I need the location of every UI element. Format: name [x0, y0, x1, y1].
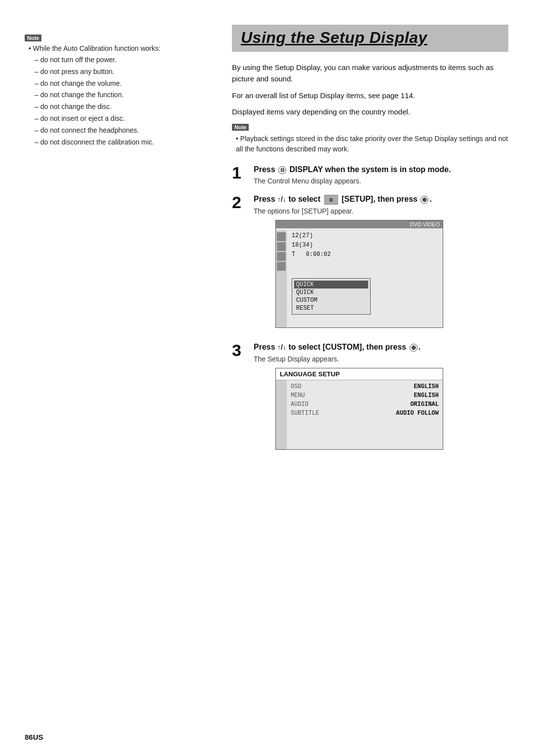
display-icon: ⊟: [278, 166, 286, 174]
menu-item-custom: CUSTOM: [296, 296, 366, 304]
step-2-content: Press ↑/↓ to select ⚙ [SETUP], then pres…: [254, 194, 508, 338]
step-1-title: Press ⊟ DISPLAY when the system is in st…: [254, 164, 508, 175]
step-3-title: Press ↑/↓ to select [CUSTOM], then press…: [254, 342, 508, 353]
bar-item-2: [277, 242, 286, 251]
lang-row-audio: AUDIO ORIGINAL: [291, 400, 439, 409]
left-note-section: Note • While the Auto Calibration functi…: [25, 35, 202, 148]
step-1: 1 Press ⊟ DISPLAY when the system is in …: [232, 164, 508, 190]
lang-label-audio: AUDIO: [291, 401, 308, 408]
menu-item-quick-selected: QUICK: [294, 281, 368, 288]
sub-item-5: – do not change the disc.: [35, 101, 202, 113]
lang-value-osd: ENGLISH: [414, 383, 439, 390]
step-3: 3 Press ↑/↓ to select [CUSTOM], then pre…: [232, 342, 508, 459]
sub-item-3: – do not change the volume.: [35, 78, 202, 90]
screen-2-body: OSD ENGLISH MENU ENGLISH AUDIO ORIGINAL: [276, 380, 443, 449]
lang-label-subtitle: SUBTITLE: [291, 410, 319, 417]
step-1-number: 1: [232, 164, 247, 181]
lang-row-osd: OSD ENGLISH: [291, 382, 439, 391]
lang-row-menu: MENU ENGLISH: [291, 391, 439, 400]
lang-row-subtitle: SUBTITLE AUDIO FOLLOW: [291, 409, 439, 418]
lang-value-audio: ORIGINAL: [410, 401, 439, 408]
step-2-title: Press ↑/↓ to select ⚙ [SETUP], then pres…: [254, 194, 508, 205]
lang-value-subtitle: AUDIO FOLLOW: [396, 410, 439, 417]
sub-item-1: – do not turn off the power.: [35, 54, 202, 66]
lang-spacer: [291, 418, 439, 447]
page-title-box: Using the Setup Display: [232, 25, 508, 52]
right-note-text: • Playback settings stored in the disc t…: [236, 134, 508, 154]
screen-1-leftbar: [276, 230, 287, 328]
note-intro: • While the Auto Calibration function wo…: [29, 44, 202, 52]
lang-label-menu: MENU: [291, 392, 305, 399]
bar-item-1: [277, 232, 286, 241]
setup-icon: ⚙: [324, 195, 338, 205]
screen-1: DVD VIDEO 12(27) 18(34) T: [275, 220, 443, 328]
sub-item-6: – do not insert or eject a disc.: [35, 113, 202, 125]
intro-para-2: For an overall list of Setup Display ite…: [232, 90, 508, 101]
bar-item-4: [277, 262, 286, 271]
step-2: 2 Press ↑/↓ to select ⚙ [SETUP], then pr…: [232, 194, 508, 338]
right-note: Note • Playback settings stored in the d…: [232, 122, 508, 154]
screen-2: LANGUAGE SETUP OSD ENGLISH MENU ENGLISH: [275, 368, 443, 450]
screen-1-menu: QUICK QUICK CUSTOM RESET: [292, 278, 371, 315]
right-note-label: Note: [232, 124, 249, 131]
sub-item-2: – do not press any button.: [35, 66, 202, 78]
arrow-updown-2-icon: ↑/↓: [277, 343, 286, 351]
arrow-updown-icon: ↑/↓: [277, 195, 286, 203]
menu-item-quick: QUICK: [296, 288, 366, 296]
screen-2-leftbar: [276, 380, 287, 449]
screen-1-main: 12(27) 18(34) T 0:00:02 QUICK QUICK CUST…: [287, 228, 376, 318]
right-column: Using the Setup Display By using the Set…: [217, 20, 533, 726]
page-title: Using the Setup Display: [241, 29, 499, 47]
step-2-number: 2: [232, 194, 247, 211]
step-3-content: Press ↑/↓ to select [CUSTOM], then press…: [254, 342, 508, 459]
left-column: Note • While the Auto Calibration functi…: [0, 20, 217, 726]
step-2-desc: The options for [SETUP] appear.: [254, 207, 508, 215]
sub-item-7: – do not connect the headphones.: [35, 125, 202, 137]
lang-label-osd: OSD: [291, 383, 302, 390]
step-3-number: 3: [232, 342, 247, 359]
screen-1-time: 12(27) 18(34) T 0:00:02: [292, 231, 371, 260]
page: Note • While the Auto Calibration functi…: [0, 0, 533, 756]
screen-2-content: OSD ENGLISH MENU ENGLISH AUDIO ORIGINAL: [287, 380, 443, 449]
bar-item-3: [277, 252, 286, 261]
sub-item-8: – do not disconnect the calibration mic.: [35, 137, 202, 148]
lang-value-menu: ENGLISH: [414, 392, 439, 399]
plus-icon: ⊕: [420, 196, 428, 204]
plus-2-icon: ⊕: [410, 344, 418, 352]
intro-para-1: By using the Setup Display, you can make…: [232, 62, 508, 85]
screen-2-header: LANGUAGE SETUP: [276, 368, 443, 380]
note-label: Note: [25, 35, 41, 41]
step-1-content: Press ⊟ DISPLAY when the system is in st…: [254, 164, 508, 190]
step-1-desc: The Control Menu display appears.: [254, 177, 508, 185]
sub-item-4: – do not change the function.: [35, 89, 202, 101]
page-number: 86US: [25, 733, 43, 741]
step-3-desc: The Setup Display appears.: [254, 355, 508, 363]
screen-1-topbar: DVD VIDEO: [276, 220, 443, 228]
menu-item-reset: RESET: [296, 304, 366, 312]
intro-para-3: Displayed items vary depending on the co…: [232, 106, 508, 117]
